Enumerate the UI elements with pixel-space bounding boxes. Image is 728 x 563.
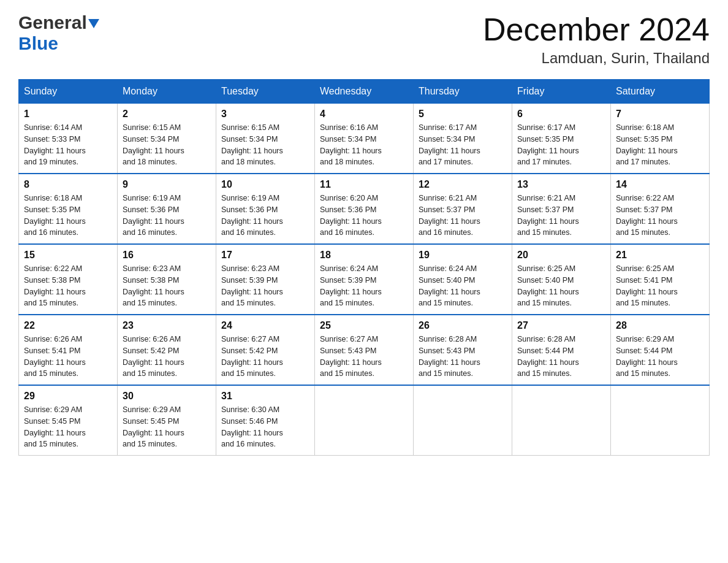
day-number: 8 [24, 179, 112, 190]
day-info: Sunrise: 6:24 AMSunset: 5:39 PMDaylight:… [320, 263, 408, 309]
calendar-cell: 5Sunrise: 6:17 AMSunset: 5:34 PMDaylight… [414, 104, 512, 174]
day-number: 11 [320, 179, 408, 190]
day-number: 19 [419, 250, 507, 261]
day-info: Sunrise: 6:26 AMSunset: 5:41 PMDaylight:… [24, 334, 112, 380]
day-info: Sunrise: 6:15 AMSunset: 5:34 PMDaylight:… [221, 122, 309, 168]
day-number: 26 [419, 320, 507, 331]
day-info: Sunrise: 6:30 AMSunset: 5:46 PMDaylight:… [221, 404, 309, 450]
day-info: Sunrise: 6:29 AMSunset: 5:44 PMDaylight:… [616, 334, 704, 380]
calendar-cell: 6Sunrise: 6:17 AMSunset: 5:35 PMDaylight… [512, 104, 611, 174]
calendar-cell: 13Sunrise: 6:21 AMSunset: 5:37 PMDayligh… [512, 174, 611, 244]
calendar-cell: 19Sunrise: 6:24 AMSunset: 5:40 PMDayligh… [414, 244, 512, 315]
calendar-cell: 15Sunrise: 6:22 AMSunset: 5:38 PMDayligh… [19, 244, 118, 315]
day-number: 24 [221, 320, 309, 331]
day-number: 12 [419, 179, 507, 190]
day-number: 16 [123, 250, 211, 261]
day-number: 10 [221, 179, 309, 190]
day-info: Sunrise: 6:16 AMSunset: 5:34 PMDaylight:… [320, 122, 408, 168]
day-number: 22 [24, 320, 112, 331]
logo-general-text: General [18, 12, 87, 33]
day-info: Sunrise: 6:14 AMSunset: 5:33 PMDaylight:… [24, 122, 112, 168]
calendar-cell: 17Sunrise: 6:23 AMSunset: 5:39 PMDayligh… [216, 244, 315, 315]
day-number: 9 [123, 179, 211, 190]
calendar-cell: 24Sunrise: 6:27 AMSunset: 5:42 PMDayligh… [216, 315, 315, 385]
calendar-cell: 27Sunrise: 6:28 AMSunset: 5:44 PMDayligh… [512, 315, 611, 385]
calendar-table: SundayMondayTuesdayWednesdayThursdayFrid… [18, 79, 710, 456]
calendar-week-row: 15Sunrise: 6:22 AMSunset: 5:38 PMDayligh… [19, 244, 710, 315]
calendar-cell: 4Sunrise: 6:16 AMSunset: 5:34 PMDaylight… [315, 104, 414, 174]
day-number: 5 [419, 109, 507, 120]
page-header: General Blue December 2024 Lamduan, Suri… [18, 12, 710, 67]
day-number: 28 [616, 320, 704, 331]
calendar-cell [611, 385, 710, 456]
calendar-cell: 22Sunrise: 6:26 AMSunset: 5:41 PMDayligh… [19, 315, 118, 385]
month-title: December 2024 [483, 12, 710, 47]
day-info: Sunrise: 6:19 AMSunset: 5:36 PMDaylight:… [123, 193, 211, 239]
day-info: Sunrise: 6:25 AMSunset: 5:40 PMDaylight:… [517, 263, 605, 309]
calendar-cell: 18Sunrise: 6:24 AMSunset: 5:39 PMDayligh… [315, 244, 414, 315]
calendar-cell: 16Sunrise: 6:23 AMSunset: 5:38 PMDayligh… [118, 244, 216, 315]
day-info: Sunrise: 6:22 AMSunset: 5:37 PMDaylight:… [616, 193, 704, 239]
day-header-sunday: Sunday [19, 80, 118, 104]
day-info: Sunrise: 6:28 AMSunset: 5:43 PMDaylight:… [419, 334, 507, 380]
calendar-cell [315, 385, 414, 456]
day-header-monday: Monday [118, 80, 216, 104]
logo-blue-text: Blue [18, 33, 58, 53]
calendar-cell [414, 385, 512, 456]
day-number: 20 [517, 250, 605, 261]
logo-triangle-icon [88, 19, 99, 28]
day-info: Sunrise: 6:23 AMSunset: 5:38 PMDaylight:… [123, 263, 211, 309]
day-info: Sunrise: 6:26 AMSunset: 5:42 PMDaylight:… [123, 334, 211, 380]
day-number: 25 [320, 320, 408, 331]
calendar-cell: 11Sunrise: 6:20 AMSunset: 5:36 PMDayligh… [315, 174, 414, 244]
calendar-cell: 8Sunrise: 6:18 AMSunset: 5:35 PMDaylight… [19, 174, 118, 244]
day-info: Sunrise: 6:17 AMSunset: 5:34 PMDaylight:… [419, 122, 507, 168]
day-info: Sunrise: 6:25 AMSunset: 5:41 PMDaylight:… [616, 263, 704, 309]
day-info: Sunrise: 6:28 AMSunset: 5:44 PMDaylight:… [517, 334, 605, 380]
calendar-week-row: 22Sunrise: 6:26 AMSunset: 5:41 PMDayligh… [19, 315, 710, 385]
day-info: Sunrise: 6:27 AMSunset: 5:43 PMDaylight:… [320, 334, 408, 380]
day-number: 18 [320, 250, 408, 261]
day-header-tuesday: Tuesday [216, 80, 315, 104]
calendar-cell: 23Sunrise: 6:26 AMSunset: 5:42 PMDayligh… [118, 315, 216, 385]
day-header-thursday: Thursday [414, 80, 512, 104]
calendar-cell: 3Sunrise: 6:15 AMSunset: 5:34 PMDaylight… [216, 104, 315, 174]
day-number: 13 [517, 179, 605, 190]
day-header-wednesday: Wednesday [315, 80, 414, 104]
day-number: 4 [320, 109, 408, 120]
day-number: 17 [221, 250, 309, 261]
day-number: 21 [616, 250, 704, 261]
title-block: December 2024 Lamduan, Surin, Thailand [483, 12, 710, 67]
calendar-cell: 25Sunrise: 6:27 AMSunset: 5:43 PMDayligh… [315, 315, 414, 385]
day-number: 3 [221, 109, 309, 120]
day-info: Sunrise: 6:21 AMSunset: 5:37 PMDaylight:… [419, 193, 507, 239]
day-info: Sunrise: 6:15 AMSunset: 5:34 PMDaylight:… [123, 122, 211, 168]
day-info: Sunrise: 6:19 AMSunset: 5:36 PMDaylight:… [221, 193, 309, 239]
calendar-cell: 14Sunrise: 6:22 AMSunset: 5:37 PMDayligh… [611, 174, 710, 244]
day-info: Sunrise: 6:29 AMSunset: 5:45 PMDaylight:… [123, 404, 211, 450]
day-info: Sunrise: 6:20 AMSunset: 5:36 PMDaylight:… [320, 193, 408, 239]
calendar-cell: 2Sunrise: 6:15 AMSunset: 5:34 PMDaylight… [118, 104, 216, 174]
day-info: Sunrise: 6:23 AMSunset: 5:39 PMDaylight:… [221, 263, 309, 309]
day-info: Sunrise: 6:17 AMSunset: 5:35 PMDaylight:… [517, 122, 605, 168]
day-number: 29 [24, 391, 112, 402]
calendar-cell [512, 385, 611, 456]
day-info: Sunrise: 6:18 AMSunset: 5:35 PMDaylight:… [24, 193, 112, 239]
day-number: 1 [24, 109, 112, 120]
day-info: Sunrise: 6:18 AMSunset: 5:35 PMDaylight:… [616, 122, 704, 168]
calendar-cell: 21Sunrise: 6:25 AMSunset: 5:41 PMDayligh… [611, 244, 710, 315]
day-number: 2 [123, 109, 211, 120]
calendar-week-row: 8Sunrise: 6:18 AMSunset: 5:35 PMDaylight… [19, 174, 710, 244]
calendar-cell: 10Sunrise: 6:19 AMSunset: 5:36 PMDayligh… [216, 174, 315, 244]
calendar-cell: 28Sunrise: 6:29 AMSunset: 5:44 PMDayligh… [611, 315, 710, 385]
day-info: Sunrise: 6:21 AMSunset: 5:37 PMDaylight:… [517, 193, 605, 239]
calendar-cell: 30Sunrise: 6:29 AMSunset: 5:45 PMDayligh… [118, 385, 216, 456]
day-info: Sunrise: 6:22 AMSunset: 5:38 PMDaylight:… [24, 263, 112, 309]
day-number: 31 [221, 391, 309, 402]
location-title: Lamduan, Surin, Thailand [483, 50, 710, 67]
calendar-cell: 7Sunrise: 6:18 AMSunset: 5:35 PMDaylight… [611, 104, 710, 174]
day-number: 27 [517, 320, 605, 331]
calendar-body: 1Sunrise: 6:14 AMSunset: 5:33 PMDaylight… [19, 104, 710, 456]
calendar-week-row: 29Sunrise: 6:29 AMSunset: 5:45 PMDayligh… [19, 385, 710, 456]
calendar-cell: 20Sunrise: 6:25 AMSunset: 5:40 PMDayligh… [512, 244, 611, 315]
